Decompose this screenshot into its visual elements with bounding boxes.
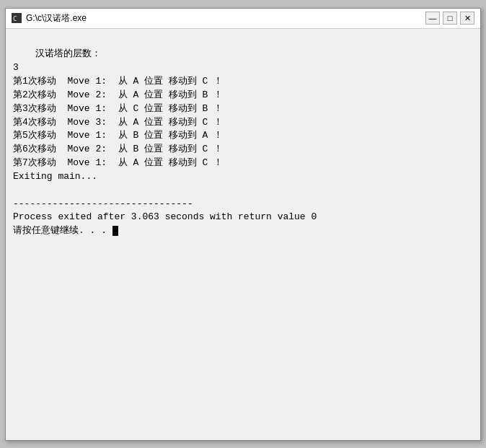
line-number: 3 bbox=[13, 62, 19, 73]
svg-text:C: C bbox=[13, 15, 17, 22]
close-button[interactable]: ✕ bbox=[460, 12, 474, 25]
line-move-2: 第2次移动 Move 2: 从 A 位置 移动到 B ！ bbox=[13, 89, 223, 100]
title-bar-buttons: — □ ✕ bbox=[425, 12, 474, 25]
divider-line: -------------------------------- bbox=[13, 198, 193, 209]
console-output: 汉诺塔的层数： 3 第1次移动 Move 1: 从 A 位置 移动到 C ！ 第… bbox=[6, 29, 480, 440]
maximize-button[interactable]: □ bbox=[443, 12, 457, 25]
console-window: C G:\c\汉诺塔.exe — □ ✕ 汉诺塔的层数： 3 第1次移动 Mov… bbox=[5, 8, 481, 441]
line-move-3: 第3次移动 Move 1: 从 C 位置 移动到 B ！ bbox=[13, 103, 223, 114]
line-move-4: 第4次移动 Move 3: 从 A 位置 移动到 C ！ bbox=[13, 117, 223, 128]
cmd-icon: C bbox=[12, 13, 22, 23]
line-prompt-label: 汉诺塔的层数： bbox=[35, 48, 101, 59]
window-title: G:\c\汉诺塔.exe bbox=[26, 12, 87, 25]
exiting-line: Exiting main... bbox=[13, 171, 97, 182]
title-bar-left: C G:\c\汉诺塔.exe bbox=[12, 12, 87, 25]
line-move-5: 第5次移动 Move 1: 从 B 位置 移动到 A ！ bbox=[13, 130, 223, 141]
line-move-1: 第1次移动 Move 1: 从 A 位置 移动到 C ！ bbox=[13, 76, 223, 87]
line-move-7: 第7次移动 Move 1: 从 A 位置 移动到 C ！ bbox=[13, 157, 223, 168]
line-move-6: 第6次移动 Move 2: 从 B 位置 移动到 C ！ bbox=[13, 144, 223, 154]
title-bar: C G:\c\汉诺塔.exe — □ ✕ bbox=[6, 9, 480, 29]
cursor-blink bbox=[112, 226, 118, 236]
press-key-line: 请按任意键继续. . . bbox=[13, 225, 112, 236]
process-exit-line: Process exited after 3.063 seconds with … bbox=[13, 211, 317, 222]
minimize-button[interactable]: — bbox=[425, 12, 440, 25]
